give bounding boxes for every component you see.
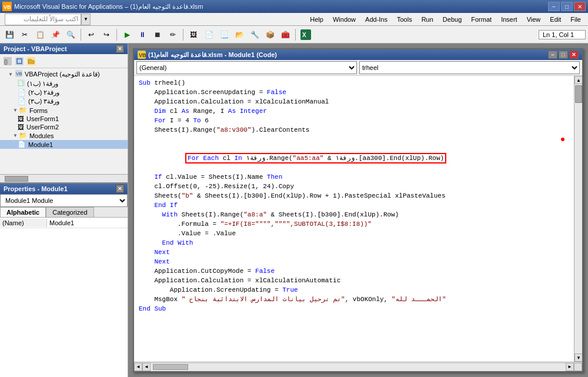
tree-item-forms[interactable]: ▼ 📁 Forms	[0, 106, 128, 115]
menu-run[interactable]: Run	[417, 15, 438, 24]
hscroll-thumb[interactable]	[153, 364, 188, 370]
code-line-5: For I = 4 To 6	[139, 116, 569, 125]
sheet2-icon: 📄	[18, 89, 26, 96]
tree-item-sheets[interactable]: ▼ VB VBAProject (قاعدة التوجيه)	[0, 69, 128, 79]
minimize-button[interactable]: −	[548, 2, 560, 11]
sheet2-label: ورقة٢ (ب٢)	[28, 89, 59, 96]
code-line-20: Application.ScreenUpdating = True	[139, 285, 569, 295]
title-bar-controls: − □ ✕	[548, 2, 586, 11]
project-hscroll-thumb	[5, 176, 28, 182]
title-bar: VB Microsoft Visual Basic for Applicatio…	[0, 0, 588, 13]
scroll-up-btn[interactable]: ▲	[574, 76, 582, 84]
toggle-folders-btn[interactable]	[26, 56, 36, 66]
tb-redo[interactable]: ↪	[99, 28, 113, 41]
tb-undo[interactable]: ↩	[84, 28, 98, 41]
userform1-icon: 🖼	[18, 115, 24, 122]
properties-panel-title: Properties - Module1 ✕	[0, 184, 128, 194]
menu-addins[interactable]: Add-Ins	[360, 15, 392, 24]
menu-insert[interactable]: Insert	[496, 15, 522, 24]
tab-alphabetic[interactable]: Alphabetic	[0, 207, 46, 217]
tb-save[interactable]: 💾	[2, 28, 16, 41]
tb-run[interactable]: ▶	[120, 28, 134, 41]
close-button[interactable]: ✕	[574, 2, 586, 11]
general-dropdown[interactable]: (General)	[136, 61, 357, 74]
code-line-12: With Sheets(I).Range("a8:a" & Sheets(I).…	[139, 210, 569, 219]
tree-item-sheet3[interactable]: 📄 ورقة٣ (ب٣)	[0, 97, 128, 106]
code-line-7: For Each cl In ورقة١.Range("aa5:aa" & ور…	[139, 144, 569, 172]
menu-debug[interactable]: Debug	[438, 15, 466, 24]
maximize-button[interactable]: □	[561, 2, 573, 11]
menu-window[interactable]: Window	[328, 15, 360, 24]
toolbar: 💾 ✂ 📋 📌 🔍 ↩ ↪ ▶ ⏸ ⏹ ✏ 🖼 📄 📃 📂 🔧 📦 🧰 X Ln…	[0, 26, 588, 44]
procedure-dropdown[interactable]: trheel	[359, 61, 580, 74]
tb-paste[interactable]: 📌	[48, 28, 62, 41]
help-search-text: اكتب سؤالاً للتعليمات	[24, 15, 78, 23]
code-line-2: Application.ScreenUpdating = False	[139, 88, 569, 97]
properties-object-dropdown[interactable]: Module1 Module	[0, 194, 128, 207]
code-window-minimize[interactable]: −	[548, 51, 557, 59]
code-line-21: MsgBox " تم ترحيل بيانات المدارس الابتدا…	[139, 295, 569, 304]
code-line-19: Application.Calculation = xlCalculationA…	[139, 276, 569, 285]
scroll-right-btn[interactable]: ◄	[142, 363, 151, 371]
tb-toolbox[interactable]: 🧰	[278, 28, 292, 41]
code-editor[interactable]: Sub trheel() Application.ScreenUpdating …	[134, 76, 574, 362]
svg-text:X: X	[302, 32, 306, 38]
code-line-22: End Sub	[139, 304, 569, 313]
tb-properties[interactable]: 🔧	[248, 28, 262, 41]
menu-help[interactable]: Help	[305, 15, 328, 24]
svg-text:VB: VB	[16, 71, 22, 76]
code-vscrollbar[interactable]: ▲ ▼	[574, 76, 582, 362]
scroll-thumb[interactable]	[575, 85, 582, 103]
help-search-input[interactable]: اكتب سؤالاً للتعليمات	[5, 14, 81, 25]
project-panel-close[interactable]: ✕	[116, 45, 124, 53]
tb-find[interactable]: 🔍	[64, 28, 78, 41]
code-line-10: Sheets("b" & Sheets(I).[b300].End(xlUp).…	[139, 191, 569, 201]
tree-item-modules[interactable]: ▼ 📁 Modules	[0, 131, 128, 140]
menu-tools[interactable]: Tools	[392, 15, 417, 24]
code-line-1: Sub trheel()	[139, 78, 569, 88]
properties-panel-close[interactable]: ✕	[116, 185, 124, 193]
project-hscrollbar[interactable]	[0, 174, 128, 182]
menu-file[interactable]: File	[566, 15, 586, 24]
svg-text:📄: 📄	[18, 81, 24, 86]
tb-module[interactable]: 📄	[202, 28, 216, 41]
view-code-btn[interactable]: {}	[2, 56, 13, 66]
tab-categorized[interactable]: Categorized	[46, 207, 93, 217]
tree-item-sheet2[interactable]: 📄 ورقة٢ (ب٢)	[0, 88, 128, 97]
scroll-right-end-btn[interactable]: ►	[566, 363, 574, 371]
code-window-maximize[interactable]: □	[559, 51, 568, 59]
search-dropdown-arrow[interactable]: ▼	[81, 14, 91, 25]
tb-object-browser[interactable]: 📦	[263, 28, 277, 41]
project-panel-toolbar: {}	[0, 54, 128, 68]
menu-format[interactable]: Format	[466, 15, 496, 24]
tb-design[interactable]: ✏	[166, 28, 180, 41]
tree-item-userform2[interactable]: 🖼 UserForm2	[0, 123, 128, 131]
prop-name-label: (Name)	[0, 219, 47, 227]
tb-copy[interactable]: 📋	[33, 28, 47, 41]
tb-cut[interactable]: ✂	[18, 28, 32, 41]
tb-break[interactable]: ⏸	[135, 28, 149, 41]
tb-project-explorer[interactable]: 📂	[232, 28, 246, 41]
view-object-btn[interactable]	[14, 56, 25, 66]
menu-view[interactable]: View	[522, 15, 546, 24]
scroll-left-btn[interactable]: ◄	[134, 363, 142, 371]
code-hscrollbar[interactable]	[151, 363, 566, 371]
tree-item-sheet1[interactable]: 📄 ورقة١ (ب١)	[0, 79, 128, 88]
tb-userform[interactable]: 🖼	[186, 28, 201, 41]
prop-name-value[interactable]: Module1	[47, 219, 76, 227]
tree-item-userform1[interactable]: 🖼 UserForm1	[0, 115, 128, 123]
svg-text:VB: VB	[4, 4, 11, 10]
tb-excel[interactable]: X	[299, 28, 313, 41]
tree-item-module1[interactable]: 📄 Module1	[0, 140, 128, 149]
project-panel-title: Project - VBAProject ✕	[0, 44, 128, 54]
code-window-close[interactable]: ✕	[569, 51, 579, 59]
code-line-18: Application.CutCopyMode = False	[139, 266, 569, 276]
project-tree: ▼ VB VBAProject (قاعدة التوجيه) 📄 ورقة١ …	[0, 68, 128, 174]
tb-reset[interactable]: ⏹	[151, 28, 165, 41]
userform2-label: UserForm2	[26, 124, 59, 131]
menu-edit[interactable]: Edit	[545, 15, 566, 24]
props-row-name: (Name) Module1	[0, 218, 128, 228]
scroll-down-btn[interactable]: ▼	[574, 353, 582, 362]
tb-class[interactable]: 📃	[217, 28, 231, 41]
code-window-controls: − □ ✕	[548, 51, 579, 59]
